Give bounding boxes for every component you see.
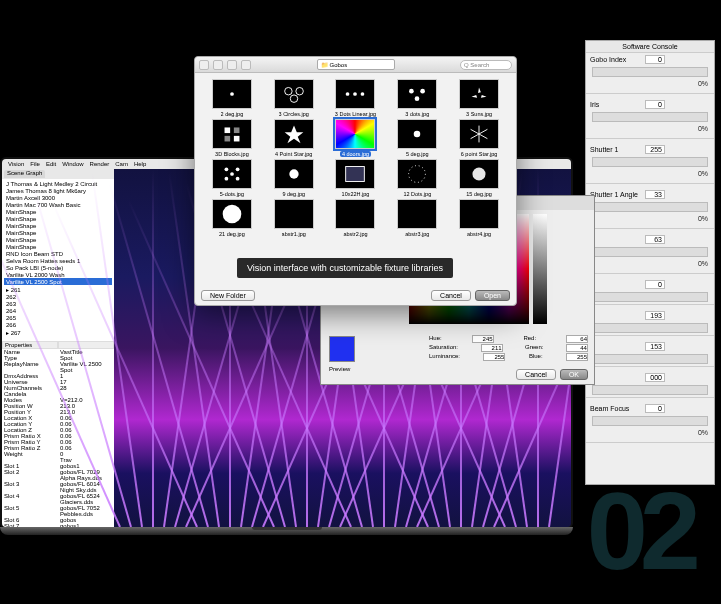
file-item[interactable]: abstr3.jpg (388, 199, 446, 237)
file-item[interactable]: 5 deg.jpg (388, 119, 446, 157)
blue-input[interactable] (566, 353, 588, 361)
fixture-item[interactable]: RND Icon Beam STD (4, 250, 112, 257)
menu-file[interactable]: File (30, 161, 40, 167)
param-slider[interactable] (592, 157, 708, 167)
svg-point-16 (236, 167, 240, 171)
file-item[interactable]: 4 Point Star.jpg (265, 119, 323, 157)
finder-open-button[interactable]: Open (475, 290, 510, 301)
file-item[interactable]: abstr1.jpg (265, 199, 323, 237)
new-folder-button[interactable]: New Folder (201, 290, 255, 301)
slot-val[interactable]: gobos/FL 7052 Pebbles.dds (58, 505, 114, 517)
param-value[interactable]: 0 (645, 280, 665, 289)
file-caption: 6 point Star.jpg (461, 151, 498, 157)
fixture-item[interactable]: 265 (4, 314, 112, 321)
param-slider[interactable] (592, 354, 708, 364)
folder-dropdown[interactable]: 📁Gobos (317, 59, 395, 70)
menu-help[interactable]: Help (134, 161, 146, 167)
file-item[interactable]: 6 point Star.jpg (450, 119, 508, 157)
file-item[interactable]: 5-dots.jpg (203, 159, 261, 197)
param-value[interactable]: 33 (645, 190, 665, 199)
file-thumb (459, 79, 499, 109)
menu-cam[interactable]: Cam (115, 161, 128, 167)
red-input[interactable] (566, 335, 588, 343)
svg-point-4 (346, 92, 350, 96)
sat-label: Saturation: (429, 344, 458, 352)
lum-input[interactable] (483, 353, 505, 361)
fixture-item[interactable]: MainShape (4, 222, 112, 229)
menu-edit[interactable]: Edit (46, 161, 56, 167)
param-value[interactable]: 153 (645, 342, 665, 351)
fixture-item[interactable]: MainShape (4, 243, 112, 250)
file-item[interactable]: 3 Circles.jpg (265, 79, 323, 117)
fixture-item[interactable]: Selva Room Hattes seeds 1 (4, 257, 112, 264)
lum-label: Luminance: (429, 353, 460, 361)
file-item[interactable]: 4 doors.jpg (327, 119, 385, 157)
param-slider[interactable] (592, 202, 708, 212)
param-value[interactable]: 63 (645, 235, 665, 244)
param-pct: 0% (586, 428, 714, 440)
color-cancel-button[interactable]: Cancel (516, 369, 556, 380)
param-slider[interactable] (592, 112, 708, 122)
file-item[interactable]: 10x22H.jpg (327, 159, 385, 197)
file-thumb (459, 159, 499, 189)
file-caption: 21 deg.jpg (219, 231, 245, 237)
file-item[interactable]: abstr4.jpg (450, 199, 508, 237)
luminance-slider[interactable] (533, 214, 547, 324)
file-thumb (397, 199, 437, 229)
view-list-button[interactable] (241, 60, 251, 70)
param-pct: 0% (586, 259, 714, 271)
nav-back-button[interactable] (199, 60, 209, 70)
view-icon-button[interactable] (227, 60, 237, 70)
file-item[interactable]: 9 deg.jpg (265, 159, 323, 197)
fixture-item[interactable]: ▸ 267 (4, 328, 112, 336)
param-slider[interactable] (592, 385, 708, 395)
param-slider[interactable] (592, 323, 708, 333)
fixture-item[interactable]: J Thomas & Light Medley 2 Circuit (4, 180, 112, 187)
file-thumb (335, 119, 375, 149)
tab-scene-graph[interactable]: Scene Graph (4, 170, 45, 178)
file-item[interactable]: 3 Dots Linear.jpg (327, 79, 385, 117)
param-value[interactable]: 193 (645, 311, 665, 320)
file-item[interactable]: 12 Dots.jpg (388, 159, 446, 197)
param-slider[interactable] (592, 416, 708, 426)
laptop-base (0, 527, 573, 535)
menu-render[interactable]: Render (90, 161, 110, 167)
green-label: Green: (525, 344, 543, 352)
fixture-item[interactable]: ▸ 261 (4, 285, 112, 293)
file-caption: 3 Dots Linear.jpg (335, 111, 376, 117)
svg-point-6 (361, 92, 365, 96)
file-item[interactable]: 2 deg.jpg (203, 79, 261, 117)
file-item[interactable]: 3 dots.jpg (388, 79, 446, 117)
menu-window[interactable]: Window (62, 161, 83, 167)
sat-input[interactable] (481, 344, 503, 352)
param-value[interactable]: 000 (645, 373, 665, 382)
param-slider[interactable] (592, 247, 708, 257)
file-item[interactable]: 21 deg.jpg (203, 199, 261, 237)
green-input[interactable] (566, 344, 588, 352)
svg-point-23 (473, 167, 486, 180)
fixture-item[interactable]: 264 (4, 307, 112, 314)
svg-point-1 (284, 87, 291, 94)
param-value[interactable]: 255 (645, 145, 665, 154)
fixture-item[interactable]: MainShape (4, 229, 112, 236)
file-item[interactable]: 3D Blocks.jpg (203, 119, 261, 157)
file-item[interactable]: abstr2.jpg (327, 199, 385, 237)
finder-cancel-button[interactable]: Cancel (431, 290, 471, 301)
search-input[interactable]: Q Search (460, 60, 512, 70)
param-value[interactable]: 0 (645, 100, 665, 109)
param-value[interactable]: 0 (645, 404, 665, 413)
param-slider[interactable] (592, 67, 708, 77)
menu-vision[interactable]: Vision (8, 161, 24, 167)
nav-fwd-button[interactable] (213, 60, 223, 70)
slot-val[interactable]: gobos/FL 7029 Alpha Rays.dds (58, 469, 114, 481)
fixture-item[interactable]: 266 (4, 321, 112, 328)
hue-input[interactable] (472, 335, 494, 343)
color-ok-button[interactable]: OK (560, 369, 588, 380)
file-item[interactable]: 3 Suns.jpg (450, 79, 508, 117)
file-item[interactable]: 15 deg.jpg (450, 159, 508, 197)
param-value[interactable]: 0 (645, 55, 665, 64)
fixture-item[interactable]: MainShape (4, 236, 112, 243)
param-label: Beam Focus (590, 405, 645, 412)
param-pct: 0% (586, 124, 714, 136)
param-slider[interactable] (592, 292, 708, 302)
